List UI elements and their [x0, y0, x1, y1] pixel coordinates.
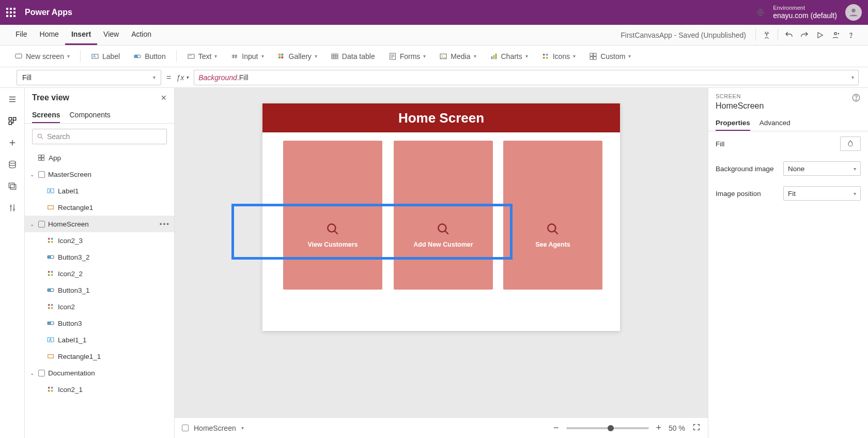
svg-point-42 — [48, 238, 50, 240]
button-icon — [133, 52, 142, 61]
tree-node-button3-1[interactable]: Button3_1 — [25, 282, 174, 298]
menu-file[interactable]: File — [9, 25, 34, 45]
waffle-icon[interactable] — [6, 8, 16, 17]
play-icon[interactable] — [812, 25, 828, 45]
ribbon-data-table[interactable]: Data table — [326, 50, 380, 63]
svg-point-23 — [542, 56, 545, 58]
ribbon-charts[interactable]: Charts▾ — [485, 50, 533, 63]
redo-icon[interactable] — [797, 25, 812, 45]
rail-hamburger-icon[interactable] — [6, 93, 19, 105]
ribbon-new-screen[interactable]: New screen▾ — [9, 50, 75, 63]
rail-insert-icon[interactable] — [6, 137, 19, 149]
environment-icon[interactable] — [756, 8, 765, 17]
tree-node-button3[interactable]: Button3 — [25, 315, 174, 331]
chevron-down-icon[interactable]: ▾ — [241, 425, 244, 431]
tree-node-documentation[interactable]: ⌄Documentation — [25, 365, 174, 381]
tree-node-icon2-3[interactable]: Icon2_3 — [25, 232, 174, 249]
input-icon — [230, 52, 239, 61]
prop-fill-picker[interactable] — [840, 137, 861, 151]
tree-node-masterscreen[interactable]: ⌄MasterScreen — [25, 166, 174, 183]
prop-tab-properties[interactable]: Properties — [716, 116, 750, 131]
tree-node-icon2-2[interactable]: Icon2_2 — [25, 265, 174, 282]
share-icon[interactable] — [828, 25, 843, 45]
fit-screen-icon[interactable] — [692, 423, 701, 433]
ribbon-forms[interactable]: Forms▾ — [383, 50, 431, 63]
icons-node-icon — [47, 385, 55, 394]
zoom-out-icon[interactable]: − — [553, 422, 559, 433]
menu-insert[interactable]: Insert — [65, 25, 97, 45]
canvas-tile-see-agents[interactable]: See Agents — [503, 141, 602, 290]
tree-node-rectangle1[interactable]: Rectangle1 — [25, 199, 174, 216]
tree-tab-components[interactable]: Components — [69, 108, 110, 123]
tree-node-label1[interactable]: Label1 — [25, 183, 174, 199]
tree-search-box[interactable]: Search — [32, 129, 167, 144]
tree-node-label1-1[interactable]: Label1_1 — [25, 331, 174, 348]
ribbon-button[interactable]: Button — [128, 50, 171, 63]
footer-screen-name[interactable]: HomeScreen — [194, 424, 236, 432]
tree-tab-screens[interactable]: Screens — [32, 108, 60, 123]
rail-data-icon[interactable] — [6, 158, 19, 171]
ribbon-charts-label: Charts — [501, 52, 522, 61]
zoom-in-icon[interactable]: + — [656, 422, 662, 433]
menu-home[interactable]: Home — [34, 25, 65, 45]
tree-node-app[interactable]: App — [25, 149, 174, 166]
prop-tab-advanced[interactable]: Advanced — [760, 116, 791, 131]
ribbon-input[interactable]: Input▾ — [225, 50, 269, 63]
tree-node-label: Icon2_1 — [58, 386, 83, 394]
ribbon-label[interactable]: Label — [86, 50, 125, 63]
property-selector[interactable]: Fill▾ — [17, 70, 161, 85]
app-checker-icon[interactable] — [759, 25, 774, 45]
ribbon-icons[interactable]: Icons▾ — [536, 50, 581, 63]
svg-rect-5 — [16, 54, 22, 58]
prop-help-icon[interactable] — [851, 93, 861, 104]
fx-icon[interactable]: ƒx▾ — [176, 73, 189, 82]
tree-node-button3-2[interactable]: Button3_2 — [25, 249, 174, 265]
formula-token-object: Background — [198, 73, 237, 82]
canvas-tile-view-customers[interactable]: View Customers — [283, 141, 382, 290]
formula-input[interactable]: Background.Fill ▾ — [194, 70, 859, 85]
tree-node-label: Button3_2 — [58, 253, 90, 261]
search-icon — [437, 222, 450, 237]
prop-imgpos-select[interactable]: Fit▾ — [783, 186, 861, 201]
tree-node-label: Icon2_3 — [58, 237, 83, 245]
rail-advanced-icon[interactable] — [6, 202, 19, 214]
svg-point-21 — [542, 53, 545, 55]
svg-point-4 — [850, 37, 851, 37]
ribbon-gallery[interactable]: Gallery▾ — [272, 50, 322, 63]
menu-view[interactable]: View — [97, 25, 125, 45]
tree-node-label: Icon2 — [58, 303, 75, 311]
menu-action[interactable]: Action — [125, 25, 158, 45]
tree-node-rectangle1-1[interactable]: Rectangle1_1 — [25, 348, 174, 365]
svg-rect-47 — [48, 255, 51, 258]
svg-point-2 — [766, 34, 767, 35]
tree-node-icon2-1[interactable]: Icon2_1 — [25, 381, 174, 398]
tree-node-label: Button3_1 — [58, 286, 90, 294]
tree-node-label: Rectangle1 — [58, 204, 93, 212]
canvas-tile-add-customer[interactable]: Add New Customer — [394, 141, 493, 290]
avatar[interactable] — [845, 4, 862, 21]
tree-close-icon[interactable]: ✕ — [161, 94, 167, 102]
footer-screen-checkbox[interactable] — [182, 425, 189, 431]
canvas-screen[interactable]: Home Screen View Customers Add New Custo… — [262, 103, 620, 331]
prop-bgimage-select[interactable]: None▾ — [783, 161, 861, 176]
icons-node-icon — [47, 269, 55, 278]
tree-node-icon2[interactable]: Icon2 — [25, 298, 174, 315]
svg-point-43 — [51, 238, 53, 240]
zoom-value: 50 % — [669, 424, 685, 432]
tree-node-homescreen[interactable]: ⌄HomeScreen••• — [25, 216, 174, 232]
tree-node-more-icon[interactable]: ••• — [160, 220, 170, 228]
tree-list[interactable]: App ⌄MasterScreen Label1 Rectangle1 ⌄Hom… — [25, 149, 174, 438]
ribbon-media[interactable]: Media▾ — [434, 50, 481, 63]
help-icon[interactable] — [843, 25, 859, 45]
ribbon: New screen▾ Label Button Text▾ Input▾ Ga… — [0, 46, 868, 67]
rail-media-icon[interactable] — [6, 180, 19, 192]
undo-icon[interactable] — [781, 25, 797, 45]
zoom-slider[interactable] — [566, 427, 649, 429]
environment-value: enayu.com (default) — [773, 11, 837, 20]
environment-picker[interactable]: Environment enayu.com (default) — [773, 5, 837, 20]
svg-rect-61 — [48, 355, 54, 358]
ribbon-custom[interactable]: Custom▾ — [584, 50, 636, 63]
rail-tree-icon[interactable] — [6, 115, 19, 127]
svg-point-56 — [48, 307, 50, 309]
ribbon-text[interactable]: Text▾ — [182, 50, 223, 63]
